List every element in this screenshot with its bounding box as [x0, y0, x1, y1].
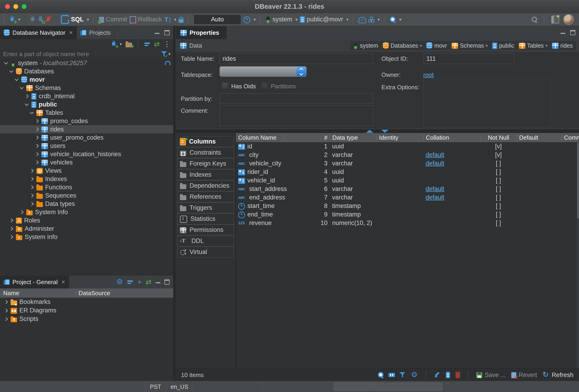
table-row[interactable]: city 2 varchar default [v]	[236, 151, 579, 159]
connect-icon[interactable]	[30, 16, 35, 23]
search-icon[interactable]	[378, 372, 384, 378]
view-menu-icon[interactable]: ⋮	[163, 41, 170, 48]
expand-all-icon[interactable]: +	[138, 279, 142, 285]
tree-item[interactable]: user_promo_codes	[0, 133, 173, 142]
header-number[interactable]: #	[285, 134, 330, 141]
expander-chevron[interactable]	[23, 101, 31, 108]
object-editor-tab[interactable]: Virtual	[177, 247, 234, 257]
tree-item[interactable]: Indexes	[0, 175, 173, 183]
tablespace-select[interactable]	[219, 66, 306, 77]
expander-chevron[interactable]	[29, 167, 36, 174]
breadcrumb-item[interactable]: system ▾	[351, 42, 380, 49]
partitions-checkbox[interactable]	[261, 82, 268, 89]
active-schema-select[interactable]: public@movr ▾	[300, 16, 349, 23]
data-transfer-button[interactable]: ▾	[368, 17, 380, 23]
sash-up-icon[interactable]	[366, 130, 373, 133]
object-editor-tab[interactable]: Foreign Keys	[177, 158, 234, 169]
chevron-down-icon[interactable]: ▾	[486, 44, 488, 48]
expander-chevron[interactable]	[34, 117, 41, 124]
timezone-cell[interactable]: PST	[145, 381, 166, 392]
expander-chevron[interactable]	[34, 142, 41, 149]
expander-chevron[interactable]	[34, 151, 41, 158]
sash-down-icon[interactable]	[381, 130, 389, 133]
active-connection-select[interactable]: system ▾	[266, 16, 297, 23]
tree-item[interactable]: Databases	[0, 67, 173, 75]
tree-item[interactable]: crdb_internal	[0, 92, 173, 100]
collation-link[interactable]: default	[426, 160, 444, 167]
table-row[interactable]: vehicle_id 5 uuid [ ]	[236, 176, 579, 185]
tree-item[interactable]: users	[0, 142, 173, 150]
avatar[interactable]	[563, 14, 574, 25]
tab-project-general[interactable]: Project - General ×	[0, 276, 69, 288]
object-editor-tab[interactable]: Triggers	[177, 202, 234, 213]
chevron-down-icon[interactable]: ▾	[420, 44, 422, 48]
column-not-null[interactable]: [v]	[480, 151, 516, 159]
panel-splitter[interactable]	[173, 26, 175, 381]
expander-chevron[interactable]	[34, 134, 41, 141]
tree-item[interactable]: Sequences	[0, 191, 173, 200]
tab-projects[interactable]: Projects	[77, 26, 115, 39]
table-row[interactable]: start_address 6 varchar default [ ]	[236, 185, 579, 193]
commit-mode-select[interactable]: Auto	[194, 14, 241, 25]
filter-funnel-icon[interactable]: ✓	[161, 51, 167, 57]
tree-item[interactable]: System Info	[0, 233, 173, 241]
object-editor-tab[interactable]: Columns	[177, 136, 234, 147]
collation-link[interactable]: default	[426, 194, 444, 201]
expander-chevron[interactable]	[3, 316, 11, 323]
tree-item[interactable]: promo_codes	[0, 117, 173, 125]
breadcrumb-item[interactable]: Tables ▾	[517, 42, 549, 49]
compare-icon[interactable]	[389, 373, 395, 377]
filter-menu-caret[interactable]: ▾	[168, 52, 170, 56]
vertical-scrollbar[interactable]	[577, 142, 579, 369]
column-not-null[interactable]: [ ]	[480, 220, 516, 226]
object-editor-tab[interactable]: DDL	[177, 235, 234, 246]
save-button[interactable]: Save ...	[476, 372, 506, 379]
collation-link[interactable]: default	[426, 185, 444, 193]
close-icon[interactable]: ×	[69, 29, 73, 36]
table-row[interactable]: end_address 7 varchar default [ ]	[236, 193, 579, 202]
table-row[interactable]: revenue 10 numeric(10, 2) [ ]	[236, 219, 579, 227]
refresh-button[interactable]: Refresh	[542, 372, 574, 379]
editor-subtab[interactable]: Data	[175, 39, 227, 52]
breadcrumb-item[interactable]: movr ▾	[425, 42, 449, 49]
table-row[interactable]: vehicle_city 3 varchar default [ ]	[236, 159, 579, 168]
expander-chevron[interactable]	[3, 59, 11, 66]
tree-item[interactable]: movr	[0, 75, 173, 84]
tree-item[interactable]: Schemas	[0, 84, 173, 92]
lock-icon[interactable]	[178, 19, 184, 23]
gear-icon[interactable]	[411, 372, 418, 378]
column-not-null[interactable]: [v]	[480, 143, 516, 150]
expander-chevron[interactable]	[29, 192, 36, 199]
table-row[interactable]: end_time 9 timestamp [ ]	[236, 210, 579, 219]
table-row[interactable]: start_time 8 timestamp [ ]	[236, 202, 579, 210]
collapse-all-icon[interactable]	[145, 41, 150, 48]
dashboard-icon[interactable]	[358, 17, 366, 23]
transaction-log-button[interactable]: ▾	[164, 16, 176, 23]
tree-item[interactable]: Roles	[0, 216, 173, 224]
tree-item[interactable]: vehicle_location_histories	[0, 150, 173, 158]
object-editor-tab[interactable]: Indexes	[177, 169, 234, 180]
new-connection-button[interactable]: + ▾	[111, 41, 122, 48]
header-default[interactable]: Default	[516, 134, 562, 141]
header-data-type[interactable]: Data type	[330, 134, 376, 141]
locale-cell[interactable]: en_US	[166, 381, 193, 392]
tree-item[interactable]: System Info	[0, 208, 173, 216]
new-folder-button[interactable]: +	[126, 41, 132, 47]
expander-chevron[interactable]	[29, 184, 36, 191]
expander-chevron[interactable]	[13, 76, 21, 83]
maximize-window-button[interactable]	[22, 4, 26, 9]
breadcrumb-item[interactable]: public ▾	[490, 42, 516, 49]
reconnect-button[interactable]: ↻	[38, 16, 43, 23]
object-editor-tab[interactable]: Statistics	[177, 214, 234, 224]
header-collation[interactable]: Collation	[423, 134, 480, 141]
object-editor-tab[interactable]: Permissions	[177, 224, 234, 235]
transaction-history-button[interactable]: ▾	[243, 16, 256, 23]
tree-item[interactable]: system - localhost:26257	[0, 59, 173, 67]
header-identity[interactable]: Identity	[376, 134, 423, 141]
minimize-view-icon[interactable]	[156, 282, 160, 283]
disconnect-button[interactable]	[46, 16, 51, 23]
rollback-button[interactable]: Rollback	[130, 16, 162, 23]
column-header-name[interactable]: Name	[0, 290, 76, 296]
has-oids-checkbox[interactable]	[221, 82, 228, 89]
comment-textarea[interactable]	[219, 105, 373, 126]
